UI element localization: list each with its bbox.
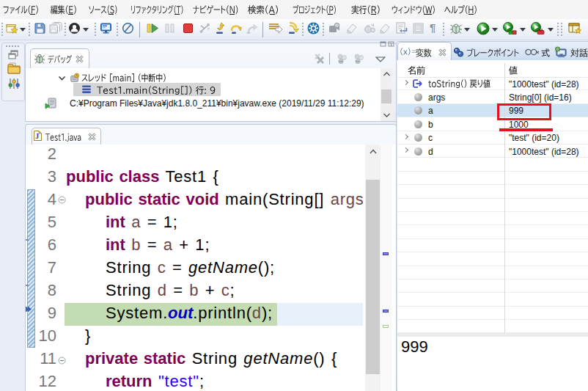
svg-text:J: J — [35, 132, 39, 140]
